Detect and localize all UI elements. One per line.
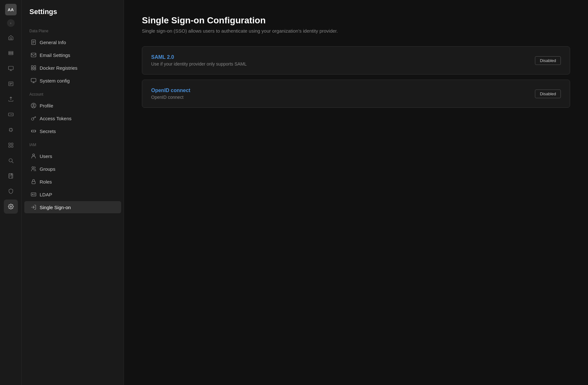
users-icon: [31, 166, 36, 172]
svg-point-37: [32, 131, 32, 131]
svg-point-35: [31, 118, 34, 121]
cast-icon[interactable]: [4, 61, 18, 75]
book-icon: [31, 65, 36, 71]
sidebar-item-general-info[interactable]: General Info: [24, 36, 121, 48]
mail-icon: [31, 52, 36, 58]
sidebar-item-label: Docker Registries: [40, 65, 77, 71]
sidebar-item-label: Users: [40, 153, 52, 159]
avatar[interactable]: AA: [5, 4, 17, 15]
svg-point-39: [35, 131, 35, 131]
svg-rect-14: [9, 146, 10, 147]
svg-rect-1: [9, 53, 13, 54]
database-icon[interactable]: [4, 46, 18, 60]
svg-point-45: [32, 194, 33, 195]
sidebar-item-label: Single Sign-on: [40, 205, 71, 210]
svg-point-20: [10, 206, 12, 208]
svg-rect-29: [34, 68, 36, 70]
section-iam: IAM: [22, 138, 124, 150]
svg-rect-12: [9, 143, 10, 145]
list-icon[interactable]: [4, 77, 18, 91]
svg-rect-25: [31, 53, 36, 57]
shield-icon[interactable]: [4, 184, 18, 198]
openid-card-title: OpenID connect: [151, 88, 190, 93]
svg-rect-2: [9, 54, 13, 55]
home-icon[interactable]: [4, 31, 18, 45]
page-subtitle: Single sign-on (SSO) allows users to aut…: [142, 28, 570, 34]
expand-sidebar-button[interactable]: ›: [7, 19, 15, 27]
sidebar-item-users[interactable]: Users: [24, 150, 121, 162]
svg-point-42: [32, 167, 34, 169]
svg-rect-13: [11, 143, 13, 145]
sidebar-item-label: General Info: [40, 40, 66, 45]
svg-rect-11: [10, 129, 12, 131]
svg-point-16: [9, 159, 12, 162]
main-content: Single Sign-on Configuration Single sign…: [124, 0, 588, 385]
section-data-plane: Data Plane: [22, 24, 124, 36]
sidebar-item-label: System config: [40, 78, 70, 83]
sidebar: Settings Data Plane General Info Email S…: [22, 0, 124, 385]
settings-icon[interactable]: [4, 200, 18, 214]
svg-rect-44: [31, 193, 36, 196]
sidebar-item-secrets[interactable]: Secrets: [24, 125, 121, 137]
icon-bar: AA ›: [0, 0, 22, 385]
svg-point-41: [33, 154, 35, 156]
sidebar-item-label: Secrets: [40, 129, 56, 134]
sidebar-title: Settings: [22, 8, 124, 24]
section-account: Account: [22, 87, 124, 99]
user-icon: [31, 153, 36, 159]
upload-icon[interactable]: [4, 92, 18, 106]
sidebar-item-roles[interactable]: Roles: [24, 176, 121, 188]
openid-card-info: OpenID connect OpenID connect: [151, 88, 190, 100]
sidebar-item-label: Groups: [40, 166, 55, 172]
search-icon[interactable]: [4, 153, 18, 168]
svg-rect-15: [11, 146, 13, 147]
svg-rect-28: [31, 68, 33, 70]
saml-card: SAML 2.0 Use if your identity provider o…: [142, 46, 570, 75]
openid-disabled-button[interactable]: Disabled: [535, 90, 561, 98]
id-card-icon: [31, 192, 36, 197]
svg-rect-0: [9, 51, 13, 52]
sidebar-item-access-tokens[interactable]: Access Tokens: [24, 112, 121, 124]
svg-rect-26: [31, 66, 33, 68]
user-circle-icon: [31, 103, 36, 108]
svg-point-34: [33, 104, 35, 106]
sidebar-item-system-config[interactable]: System config: [24, 75, 121, 87]
file-icon: [31, 39, 36, 45]
sidebar-item-ldap[interactable]: LDAP: [24, 188, 121, 200]
openid-card: OpenID connect OpenID connect Disabled: [142, 80, 570, 108]
sidebar-item-profile[interactable]: Profile: [24, 99, 121, 112]
monitor-icon: [31, 78, 36, 83]
lock-icon: [31, 179, 36, 185]
svg-line-17: [12, 161, 13, 163]
saml-card-info: SAML 2.0 Use if your identity provider o…: [151, 54, 247, 67]
password-icon: [31, 128, 36, 134]
storage-icon[interactable]: [4, 107, 18, 122]
sidebar-item-email-settings[interactable]: Email Settings: [24, 49, 121, 61]
svg-rect-19: [9, 174, 13, 178]
signin-icon: [31, 204, 36, 210]
svg-rect-27: [34, 66, 36, 68]
document-icon[interactable]: [4, 169, 18, 183]
grid-icon[interactable]: [4, 138, 18, 152]
svg-rect-3: [8, 66, 13, 70]
sidebar-item-label: Email Settings: [40, 52, 70, 58]
key-icon: [31, 115, 36, 121]
sidebar-item-groups[interactable]: Groups: [24, 163, 121, 175]
sidebar-item-label: LDAP: [40, 192, 52, 197]
svg-rect-30: [31, 78, 36, 82]
saml-disabled-button[interactable]: Disabled: [535, 56, 561, 65]
sidebar-item-label: Access Tokens: [40, 116, 72, 121]
sidebar-item-docker-registries[interactable]: Docker Registries: [24, 62, 121, 74]
svg-point-38: [33, 131, 34, 131]
sidebar-item-label: Profile: [40, 103, 53, 108]
svg-rect-43: [32, 181, 35, 184]
sidebar-item-label: Roles: [40, 179, 52, 185]
saml-card-desc: Use if your identity provider only suppo…: [151, 61, 247, 67]
page-title: Single Sign-on Configuration: [142, 15, 570, 26]
chip-icon[interactable]: [4, 123, 18, 137]
openid-card-desc: OpenID connect: [151, 95, 190, 100]
sidebar-item-single-sign-on[interactable]: Single Sign-on: [24, 201, 121, 213]
saml-card-title: SAML 2.0: [151, 54, 247, 60]
